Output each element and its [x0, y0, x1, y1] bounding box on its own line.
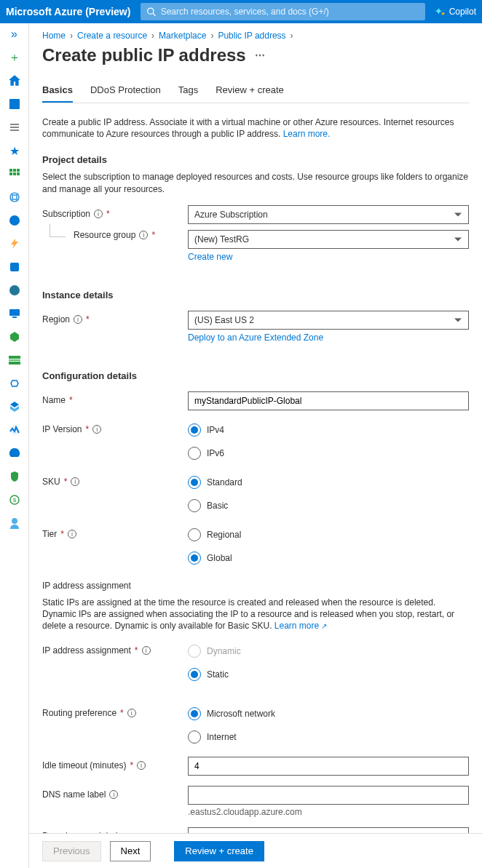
- info-icon[interactable]: i: [71, 477, 79, 486]
- svg-line-1: [154, 13, 156, 15]
- list-icon[interactable]: [7, 119, 23, 135]
- svg-rect-9: [9, 172, 12, 175]
- subscription-select[interactable]: Azure Subscription: [188, 205, 469, 224]
- cube-icon[interactable]: [7, 189, 23, 205]
- tier-global-radio[interactable]: Global: [188, 549, 469, 568]
- tree-line-icon: [50, 224, 66, 237]
- previous-button: Previous: [42, 841, 101, 861]
- home-icon[interactable]: [7, 73, 23, 89]
- learn-more-assign-link[interactable]: Learn more: [274, 620, 327, 632]
- info-icon[interactable]: i: [139, 231, 148, 239]
- ip-version-label: IP Version* i: [42, 421, 188, 434]
- breadcrumb-marketplace[interactable]: Marketplace: [159, 31, 206, 41]
- resource-group-label: Resource group: [74, 230, 135, 240]
- region-select[interactable]: (US) East US 2: [188, 311, 469, 330]
- idle-timeout-label: Idle timeout (minutes)* i: [42, 757, 188, 771]
- ipv6-radio[interactable]: IPv6: [188, 444, 469, 463]
- apps-icon[interactable]: [7, 166, 23, 182]
- tab-basics[interactable]: Basics: [42, 84, 73, 103]
- ad-icon[interactable]: [7, 399, 23, 415]
- footer-bar: Previous Next Review + create: [29, 833, 482, 868]
- loadbalancer-icon[interactable]: [7, 329, 23, 345]
- advisor-icon[interactable]: [7, 445, 23, 461]
- ip-assignment-desc: Static IPs are assigned at the time the …: [42, 597, 469, 632]
- breadcrumb: Home› Create a resource› Marketplace› Pu…: [42, 31, 469, 41]
- top-bar: Microsoft Azure (Preview) Copilot: [0, 0, 482, 23]
- routing-internet-radio[interactable]: Internet: [188, 728, 469, 746]
- name-input[interactable]: [188, 391, 469, 410]
- svg-rect-2: [9, 99, 20, 109]
- svg-rect-10: [13, 172, 16, 175]
- main-content: Home› Create a resource› Marketplace› Pu…: [29, 23, 482, 868]
- resource-group-select[interactable]: (New) TestRG: [188, 230, 469, 249]
- ip-assignment-head: IP address assignment: [42, 581, 469, 591]
- sku-basic-radio[interactable]: Basic: [188, 496, 469, 515]
- assign-dynamic-radio: Dynamic: [188, 642, 469, 661]
- svg-point-25: [12, 518, 17, 524]
- info-icon[interactable]: i: [127, 709, 136, 717]
- info-icon[interactable]: i: [74, 315, 82, 324]
- info-icon[interactable]: i: [68, 530, 76, 538]
- help-icon[interactable]: [7, 515, 23, 531]
- svg-rect-18: [12, 316, 17, 318]
- search-input[interactable]: [161, 7, 419, 17]
- next-button[interactable]: Next: [110, 841, 151, 861]
- create-new-link[interactable]: Create new: [188, 252, 232, 262]
- review-create-button[interactable]: Review + create: [174, 841, 264, 861]
- svg-point-0: [148, 8, 154, 14]
- function-icon[interactable]: [7, 236, 23, 252]
- dashboard-icon[interactable]: [7, 96, 23, 112]
- tab-ddos[interactable]: DDoS Protection: [90, 84, 161, 103]
- azure-logo[interactable]: Microsoft Azure (Preview): [6, 6, 130, 17]
- global-search[interactable]: [141, 3, 424, 20]
- cosmos-icon[interactable]: [7, 282, 23, 298]
- breadcrumb-create[interactable]: Create a resource: [77, 31, 147, 41]
- tab-review[interactable]: Review + create: [216, 84, 284, 103]
- security-icon[interactable]: [7, 469, 23, 485]
- globe-icon[interactable]: [7, 212, 23, 228]
- storage-icon[interactable]: [7, 352, 23, 368]
- network-icon[interactable]: [7, 375, 23, 391]
- monitor-icon[interactable]: [7, 422, 23, 438]
- plus-icon[interactable]: ＋: [7, 49, 23, 65]
- info-icon[interactable]: i: [142, 646, 151, 655]
- info-icon[interactable]: i: [109, 790, 118, 799]
- assign-static-radio[interactable]: Static: [188, 665, 469, 684]
- svg-rect-17: [9, 309, 20, 316]
- dns-suffix-text: .eastus2.cloudapp.azure.com: [188, 807, 469, 817]
- cost-icon[interactable]: $: [7, 492, 23, 508]
- instance-details-head: Instance details: [42, 290, 469, 300]
- breadcrumb-home[interactable]: Home: [42, 31, 66, 41]
- star-icon[interactable]: ★: [7, 143, 23, 159]
- subscription-label: Subscription i *: [42, 205, 188, 219]
- svg-rect-15: [10, 263, 19, 271]
- intro-text: Create a public IP address. Associate it…: [42, 116, 469, 140]
- tier-regional-radio[interactable]: Regional: [188, 525, 469, 544]
- routing-microsoft-radio[interactable]: Microsoft network: [188, 704, 469, 723]
- dns-label-label: DNS name label i: [42, 786, 188, 800]
- project-details-head: Project details: [42, 154, 469, 165]
- sql-icon[interactable]: [7, 259, 23, 275]
- sku-standard-radio[interactable]: Standard: [188, 473, 469, 492]
- copilot-button[interactable]: Copilot: [435, 7, 476, 17]
- tabs: Basics DDoS Protection Tags Review + cre…: [42, 84, 469, 103]
- rail-expand-icon[interactable]: »: [7, 26, 23, 42]
- tab-tags[interactable]: Tags: [178, 84, 198, 103]
- region-label: Region i *: [42, 311, 188, 324]
- vm-icon[interactable]: [7, 306, 23, 322]
- dns-label-input[interactable]: [188, 786, 469, 805]
- extended-zone-link[interactable]: Deploy to an Azure Extended Zone: [188, 333, 323, 343]
- info-icon[interactable]: i: [137, 761, 146, 770]
- info-icon[interactable]: i: [94, 210, 103, 218]
- svg-rect-6: [9, 169, 12, 172]
- svg-rect-7: [13, 169, 16, 172]
- breadcrumb-public-ip[interactable]: Public IP address: [218, 31, 285, 41]
- learn-more-link[interactable]: Learn more.: [283, 129, 331, 139]
- page-title-row: Create public IP address ⋯: [42, 45, 469, 65]
- sku-label: SKU* i: [42, 473, 188, 487]
- idle-timeout-input[interactable]: [188, 757, 469, 776]
- info-icon[interactable]: i: [92, 425, 101, 434]
- ipv4-radio[interactable]: IPv4: [188, 421, 469, 439]
- copilot-label: Copilot: [449, 7, 476, 17]
- more-icon[interactable]: ⋯: [255, 49, 266, 61]
